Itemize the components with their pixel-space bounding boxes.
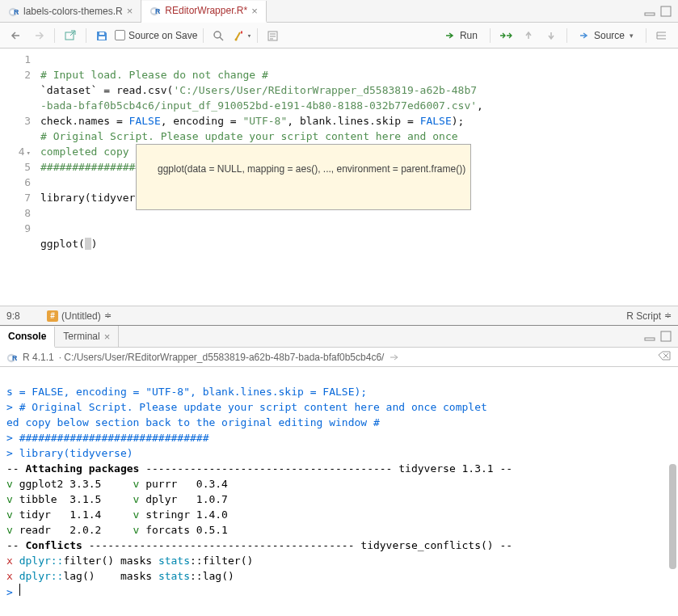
- code-tools-button[interactable]: ▾: [232, 27, 251, 44]
- svg-rect-9: [99, 36, 105, 40]
- compile-report-button[interactable]: [263, 27, 283, 44]
- line-gutter: 1 2 3 4 5 6 7 8 9: [0, 49, 40, 306]
- chunk-icon: #: [47, 310, 58, 322]
- svg-rect-15: [661, 331, 671, 341]
- signature-tooltip: ggplot(data = NULL, mapping = aes(), ...…: [136, 144, 471, 210]
- tab-label: REditorWrapper.R*: [165, 5, 247, 16]
- clear-console-icon[interactable]: [657, 350, 672, 361]
- minimize-pane-icon[interactable]: [644, 331, 655, 342]
- console-pathbar: R R 4.1.1 · C:/Users/User/REditorWrapper…: [0, 348, 678, 367]
- tab-file-1[interactable]: R labels-colors-themes.R ×: [0, 0, 141, 22]
- run-button[interactable]: Run: [439, 28, 484, 43]
- forward-button[interactable]: [29, 27, 48, 44]
- console-scrollbar[interactable]: [668, 367, 676, 616]
- save-button[interactable]: [92, 27, 112, 44]
- tab-label: labels-colors-themes.R: [23, 6, 123, 17]
- open-dir-icon[interactable]: [389, 352, 398, 362]
- svg-text:R: R: [12, 354, 18, 362]
- maximize-pane-icon[interactable]: [660, 331, 672, 342]
- source-on-save-label: Source on Save: [128, 30, 197, 41]
- console-output[interactable]: s = FALSE, encoding = "UTF-8", blank.lin…: [0, 367, 678, 616]
- source-label: Source: [594, 30, 625, 41]
- tab-terminal[interactable]: Terminal ×: [55, 326, 119, 347]
- close-icon[interactable]: ×: [104, 331, 111, 343]
- svg-text:R: R: [155, 7, 161, 15]
- source-on-save-checkbox[interactable]: Source on Save: [115, 30, 197, 41]
- scroll-thumb[interactable]: [669, 464, 676, 569]
- console-tabbar: Console Terminal ×: [0, 325, 678, 348]
- svg-text:R: R: [14, 8, 19, 16]
- working-dir[interactable]: · C:/Users/User/REditorWrapper_d5583819-…: [59, 352, 385, 363]
- window-controls: [644, 6, 678, 17]
- editor-statusbar: 9:8 # (Untitled) ≑ R Script≑: [0, 306, 678, 325]
- chunk-nav[interactable]: # (Untitled) ≑: [47, 310, 112, 322]
- r-file-icon: R: [8, 6, 19, 17]
- chunk-label: (Untitled): [61, 310, 101, 322]
- tab-file-2[interactable]: R REditorWrapper.R* ×: [141, 1, 266, 23]
- svg-point-11: [214, 32, 221, 38]
- editor-tabbar: R labels-colors-themes.R × R REditorWrap…: [0, 0, 678, 23]
- r-logo-icon: R: [6, 352, 18, 363]
- code-area[interactable]: # Input load. Please do not change # `da…: [40, 49, 678, 306]
- close-icon[interactable]: ×: [127, 5, 133, 17]
- show-in-new-window-button[interactable]: [61, 27, 80, 44]
- find-button[interactable]: [209, 27, 229, 44]
- run-icon: [445, 31, 457, 40]
- editor-toolbar: Source on Save ▾ Run Source ▾: [0, 23, 678, 49]
- source-button[interactable]: Source ▾: [573, 28, 640, 43]
- source-icon: [579, 31, 591, 40]
- go-to-prev-button[interactable]: [519, 27, 538, 44]
- r-version: R 4.1.1: [23, 352, 54, 363]
- outline-button[interactable]: [652, 27, 672, 44]
- svg-rect-7: [661, 6, 671, 16]
- svg-point-12: [234, 38, 237, 40]
- close-icon[interactable]: ×: [251, 5, 258, 17]
- cursor-position[interactable]: 9:8: [6, 310, 47, 322]
- maximize-pane-icon[interactable]: [660, 6, 672, 17]
- svg-rect-6: [645, 13, 655, 15]
- r-file-icon: R: [149, 5, 161, 16]
- go-to-next-button[interactable]: [541, 27, 561, 44]
- code-editor[interactable]: 1 2 3 4 5 6 7 8 9 # Input load. Please d…: [0, 49, 678, 306]
- tab-console[interactable]: Console: [0, 327, 55, 348]
- svg-rect-10: [99, 32, 104, 35]
- file-type-selector[interactable]: R Script≑: [626, 310, 672, 322]
- text-cursor: [85, 238, 91, 250]
- window-controls: [644, 331, 678, 342]
- back-button[interactable]: [6, 27, 26, 44]
- svg-rect-14: [645, 338, 655, 340]
- rerun-button[interactable]: [496, 27, 516, 44]
- minimize-pane-icon[interactable]: [644, 6, 655, 17]
- run-label: Run: [460, 30, 478, 41]
